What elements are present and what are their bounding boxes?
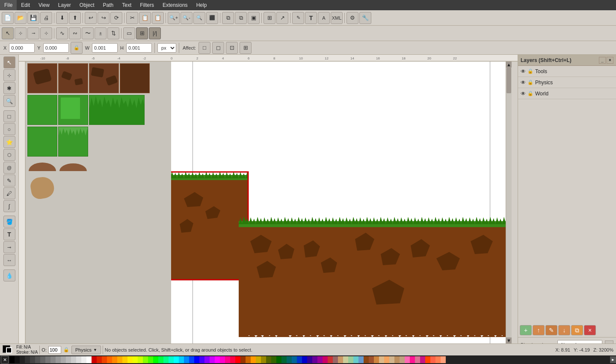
color-swatch[interactable]	[153, 356, 158, 363]
sprite-tile-grass-edge[interactable]	[89, 95, 145, 125]
color-swatch[interactable]	[25, 356, 30, 363]
menu-file[interactable]: File	[0, 0, 17, 10]
color-swatch[interactable]	[204, 356, 210, 363]
color-swatch[interactable]	[369, 356, 374, 363]
tool-fill[interactable]: 🪣	[3, 216, 15, 228]
color-swatch[interactable]	[292, 356, 297, 363]
canvas-area[interactable]	[26, 62, 512, 343]
zoom-full-button[interactable]: ⬛	[206, 12, 218, 24]
color-swatch[interactable]	[189, 356, 194, 363]
layer-rename-btn[interactable]: ✎	[545, 325, 557, 335]
menu-object[interactable]: Object	[75, 0, 99, 10]
color-swatch[interactable]	[297, 356, 302, 363]
color-swatch[interactable]	[281, 356, 287, 363]
redo-button[interactable]: ↪	[98, 12, 110, 24]
layer-world-eye[interactable]: 👁	[521, 91, 526, 97]
select-tool-btn[interactable]: ↖	[2, 27, 14, 39]
tool-connector[interactable]: ⊸	[3, 241, 15, 253]
color-swatch[interactable]	[348, 356, 353, 363]
clone-button[interactable]: ⧉	[235, 12, 247, 24]
color-swatch[interactable]	[302, 356, 307, 363]
tool-pen[interactable]: 🖊	[3, 187, 15, 199]
color-swatch[interactable]	[15, 356, 20, 363]
color-swatch[interactable]	[323, 356, 328, 363]
tool-ellipse[interactable]: ○	[3, 123, 15, 135]
menu-filters[interactable]: Filters	[136, 0, 158, 10]
tool-3dbox[interactable]: ⬡	[3, 149, 15, 161]
color-swatch[interactable]	[374, 356, 379, 363]
color-swatch[interactable]	[56, 356, 61, 363]
color-swatch[interactable]	[307, 356, 312, 363]
color-swatch[interactable]	[9, 356, 15, 363]
layer-world[interactable]: 👁 🔒 World	[518, 88, 616, 99]
align-button[interactable]: ⊞	[264, 12, 275, 24]
settings-button[interactable]: 🔧	[359, 12, 371, 24]
node3-btn[interactable]: ⊹	[40, 27, 52, 39]
color-swatch[interactable]	[117, 356, 122, 363]
lock-icon[interactable]: 🔒	[63, 346, 70, 353]
color-swatch[interactable]	[240, 356, 246, 363]
path3-btn[interactable]: 〜	[82, 27, 94, 39]
transform-button[interactable]: ↗	[276, 12, 288, 24]
color-swatch[interactable]	[71, 356, 76, 363]
vscroll-thumb[interactable]	[506, 68, 511, 93]
snap2-btn[interactable]: |/|	[149, 27, 161, 39]
open-button[interactable]: 📂	[15, 12, 27, 24]
cut-button[interactable]: ✂	[126, 12, 138, 24]
color-swatch[interactable]	[225, 356, 230, 363]
color-swatch[interactable]	[256, 356, 261, 363]
vscroll-up[interactable]: ▲	[506, 62, 512, 68]
xml-editor-button[interactable]: XML	[331, 12, 343, 24]
physics-dropdown[interactable]: ▼	[93, 348, 97, 352]
tool-select[interactable]: ↖	[3, 56, 15, 68]
layer-tools-eye[interactable]: 👁	[521, 68, 526, 74]
color-swatch[interactable]	[112, 356, 117, 363]
layers-minimize[interactable]: _	[599, 57, 606, 64]
color-swatch[interactable]	[148, 356, 153, 363]
layer-tools[interactable]: 👁 🔒 Tools	[518, 66, 616, 77]
path-btn[interactable]: ∿	[56, 27, 68, 39]
color-swatch[interactable]	[122, 356, 127, 363]
color-scroll-right[interactable]: ►	[610, 356, 616, 363]
color-swatch[interactable]	[394, 356, 400, 363]
group-button[interactable]: ▣	[248, 12, 260, 24]
color-swatch[interactable]	[81, 356, 86, 363]
tool-text[interactable]: T	[3, 228, 15, 240]
print-button[interactable]: 🖨	[40, 12, 52, 24]
sprite-tile-2[interactable]	[58, 63, 88, 93]
color-swatch[interactable]	[353, 356, 358, 363]
undo-history-button[interactable]: ⟳	[110, 12, 122, 24]
color-swatch[interactable]	[261, 356, 266, 363]
color-swatch[interactable]	[276, 356, 281, 363]
path5-btn[interactable]: ⇅	[107, 27, 119, 39]
path2-btn[interactable]: ∾	[69, 27, 81, 39]
affect-corners-btn[interactable]: ⊞	[240, 42, 252, 54]
sprite-tile-green1[interactable]	[27, 95, 57, 125]
sprite-tile-4[interactable]	[120, 63, 150, 93]
zoom-out-button[interactable]: 🔍-	[181, 12, 192, 24]
color-swatch[interactable]	[287, 356, 292, 363]
opacity-status-input[interactable]	[48, 346, 61, 354]
color-swatch[interactable]	[358, 356, 364, 363]
color-swatch[interactable]	[127, 356, 133, 363]
x-input[interactable]	[9, 43, 35, 53]
sprite-tile-arch1[interactable]	[27, 158, 57, 171]
tool-spiral[interactable]: @	[3, 162, 15, 174]
color-swatch[interactable]	[107, 356, 112, 363]
object-props-button[interactable]: A	[318, 12, 330, 24]
affect-both-btn[interactable]: ⊡	[226, 42, 238, 54]
color-swatch[interactable]	[364, 356, 369, 363]
sprite-tile-green2[interactable]	[58, 95, 88, 125]
physics-button[interactable]: Physics ▼	[71, 346, 101, 354]
color-swatch[interactable]	[194, 356, 199, 363]
color-swatch[interactable]	[230, 356, 235, 363]
node-btn[interactable]: ⊹	[15, 27, 27, 39]
color-swatch[interactable]	[430, 356, 435, 363]
copy-button[interactable]: 📋	[139, 12, 151, 24]
color-swatch[interactable]	[199, 356, 204, 363]
color-swatch[interactable]	[328, 356, 333, 363]
menu-help[interactable]: Help	[192, 0, 211, 10]
color-swatch[interactable]	[61, 356, 66, 363]
tool-measure[interactable]: ↔	[3, 254, 15, 266]
unit-select[interactable]: pxmmcmin	[157, 43, 176, 53]
